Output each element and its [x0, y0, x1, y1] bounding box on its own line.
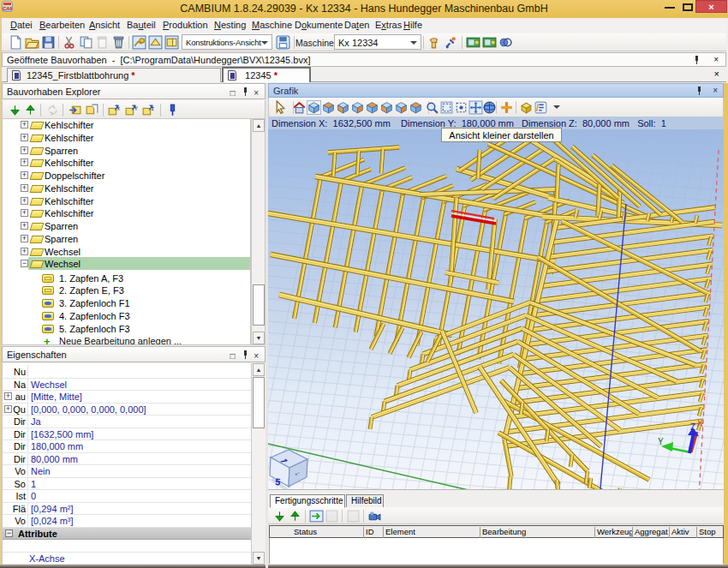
- svg-text:5: 5: [275, 476, 281, 487]
- svg-text:z: z: [152, 105, 154, 111]
- svg-text:Z: Z: [690, 422, 695, 432]
- svg-text:Y: Y: [658, 437, 664, 446]
- svg-text:x: x: [117, 105, 121, 111]
- svg-text:X: X: [697, 419, 703, 428]
- svg-text:Y: Y: [134, 105, 139, 111]
